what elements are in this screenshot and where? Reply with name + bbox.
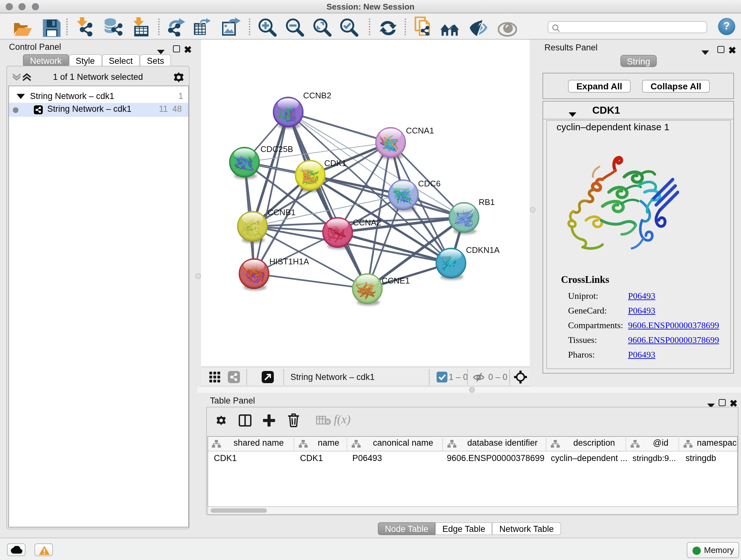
svg-text:CDC6: CDC6: [418, 179, 441, 188]
svg-text:CCNE1: CCNE1: [382, 276, 410, 286]
svg-text:CCNB1: CCNB1: [267, 207, 295, 217]
svg-text:CCNB2: CCNB2: [303, 91, 331, 100]
svg-text:CDKN1A: CDKN1A: [466, 245, 500, 255]
svg-text:CDC25B: CDC25B: [260, 144, 293, 154]
svg-text:CCNA1: CCNA1: [406, 126, 434, 135]
svg-text:RB1: RB1: [479, 197, 495, 207]
svg-text:CDK1: CDK1: [324, 159, 346, 168]
svg-text:CCNA2: CCNA2: [353, 218, 381, 227]
svg-text:HIST1H1A: HIST1H1A: [269, 257, 309, 266]
